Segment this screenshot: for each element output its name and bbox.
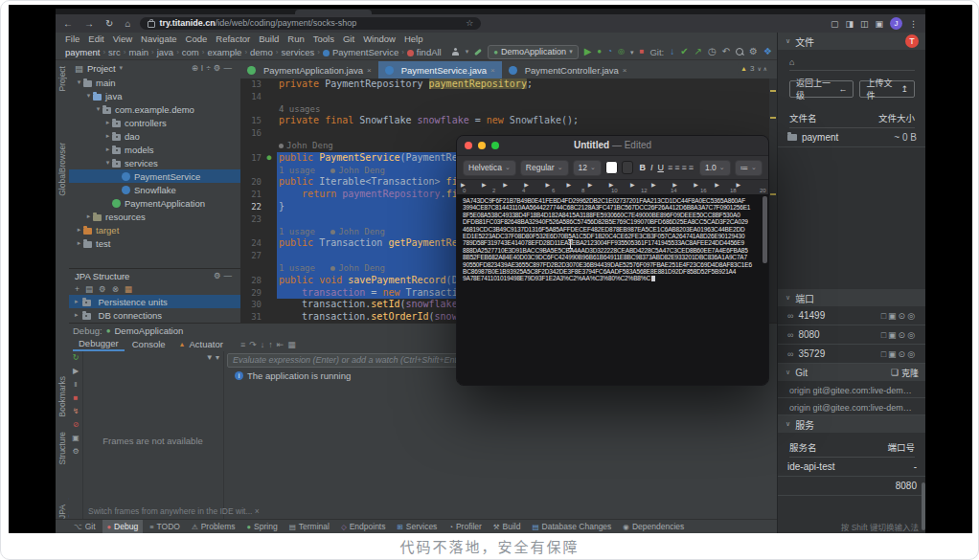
tree-arrow-icon[interactable]: ▾ [84,92,93,100]
stripe-project[interactable]: Project [57,66,67,91]
statusbar-problems[interactable]: ⚠Problems [187,520,240,533]
menu-help[interactable]: Help [404,34,423,44]
breadcrumb-item-demo[interactable]: demo [250,47,273,57]
breadcrumb-item-src[interactable]: src [108,47,121,57]
tree-item-controllers[interactable]: ▸controllers [69,116,240,129]
files-section-header[interactable]: ∨ 文件 T [778,33,925,50]
italic-button[interactable]: I [650,163,653,172]
statusbar-dependencies[interactable]: ◉Dependencies [618,520,689,533]
clone-button[interactable]: ❏克隆 [891,367,919,379]
breadcrumb-item-java[interactable]: java [157,47,173,57]
port-action-icons[interactable]: □▣⊙◎ [881,311,917,321]
editor-tab-PaymentApplication.java[interactable]: PaymentApplication.java× [240,61,378,78]
tree-item-dao[interactable]: ▸dao [69,129,240,143]
menu-git[interactable]: Git [343,34,354,44]
panel-scrollbar[interactable] [922,482,925,530]
statusbar-services[interactable]: ⊞Services [392,520,442,533]
statusbar-debug[interactable]: ●Debug [102,520,144,533]
statusbar-endpoints[interactable]: ◇Endpoints [336,520,391,533]
debug-button[interactable]: ● [597,48,602,56]
tree-arrow-icon[interactable]: ▸ [84,213,93,220]
breadcrumb-item-payment[interactable]: payment [65,47,100,57]
jpa-toolbar[interactable]: +▤⚙⊗▦ [69,282,240,295]
extension-icon-a[interactable]: ▢ [831,19,839,29]
code-line-14[interactable]: 14 [240,91,769,103]
menu-view[interactable]: View [113,34,132,44]
extension-icon-b[interactable]: ◨ [845,19,854,29]
settings-gear-icon[interactable]: ⚙ [749,47,758,56]
extension-icon-c[interactable]: ◫ [860,19,869,29]
editor-tab-PaymentService.java[interactable]: PaymentService.java× [378,61,502,78]
user-icon[interactable] [452,48,460,56]
close-tab-icon[interactable]: × [623,66,627,75]
debug-tab-actuator[interactable]: ▲Actuator [173,337,229,351]
git-commit-button[interactable]: ✔ [680,47,688,56]
port-action-icons[interactable]: □▣⊙◎ [881,330,917,340]
tree-arrow-icon[interactable]: ▾ [103,159,112,167]
tree-item-java[interactable]: ▾java [69,89,240,102]
menu-code[interactable]: Code [186,34,208,44]
textedit-scrollbar[interactable] [763,196,767,263]
history-icon[interactable]: ◷ [708,47,717,56]
statusbar-git[interactable]: ⌥Git [69,520,101,533]
git-update-button[interactable]: ↓ [670,47,674,56]
editor-scrollbar[interactable] [769,78,777,323]
menu-edit[interactable]: Edit [88,34,103,44]
textedit-window[interactable]: Untitled — Edited Helvetica⌄ Regular⌄ 12… [456,135,769,386]
extensions-puzzle-icon[interactable]: ▣ [875,19,883,29]
stop-button[interactable]: ■ [640,48,645,56]
profile-avatar[interactable]: J [890,17,902,30]
menu-navigate[interactable]: Navigate [141,34,177,44]
zoom-traffic-icon[interactable] [491,142,499,149]
close-traffic-icon[interactable] [465,142,472,149]
project-panel-title[interactable]: Project [87,63,116,74]
statusbar-terminal[interactable]: ▤Terminal [285,520,334,533]
stripe-globalbrowser[interactable]: GlobalBrowser [57,143,67,196]
font-family-select[interactable]: Helvetica⌄ [463,160,516,176]
service-row-ide-api-test[interactable]: ide-api-test- [778,458,925,477]
breadcrumb-item-example[interactable]: example [207,47,241,57]
tree-item-test[interactable]: ▸test [69,236,240,250]
tree-arrow-icon[interactable]: ▾ [94,105,102,113]
tree-item-main[interactable]: ▾main [69,76,240,89]
tree-item-services[interactable]: ▾services [69,156,240,169]
chevron-down-icon[interactable]: ▾ [120,64,124,72]
statusbar-todo[interactable]: ≡TODO [145,520,185,533]
hint-close-icon[interactable]: × [255,506,260,516]
tree-item-com.example.demo[interactable]: ▾com.example.demo [69,102,240,116]
tree-arrow-icon[interactable]: ▾ [75,78,83,86]
chevron-down-icon[interactable]: ▾ [466,48,469,56]
breadcrumb-item-com[interactable]: com [182,47,199,57]
debug-left-toolbar[interactable]: ↻ ▶ ‖ ■ ↯ ⊘ ▣ ⚙ [69,351,83,520]
tree-item-resources[interactable]: ▸resources [69,210,240,223]
statusbar-spring[interactable]: ●Spring [242,520,283,533]
menu-run[interactable]: Run [287,34,304,44]
port-action-icons[interactable]: □▣⊙◎ [881,349,917,359]
debug-tab-debugger[interactable]: Debugger [73,337,125,351]
jpa-item-persistence-units[interactable]: ▸Persistence units [69,295,240,308]
text-color-well[interactable] [605,161,618,174]
menu-build[interactable]: Build [259,34,279,44]
tree-item-models[interactable]: ▸models [69,143,240,156]
jpa-panel-tools[interactable]: ⚙— [214,271,235,280]
coverage-button[interactable]: ◎ [618,48,625,56]
back-parent-button[interactable]: 返回上一级← [789,80,854,98]
chevron-down-icon[interactable]: ▾ [630,49,634,56]
search-icon[interactable] [736,48,743,56]
code-line-13[interactable]: 13private PaymentRepository paymentRepos… [240,78,769,91]
back-icon[interactable]: ← [63,18,73,29]
underline-button[interactable]: U [657,163,664,172]
tree-arrow-icon[interactable]: ▸ [75,239,83,247]
ports-section-header[interactable]: ∨ 端口 [778,289,925,306]
wrench-icon[interactable] [474,48,482,55]
home-icon[interactable]: ⌂ [125,18,130,29]
forward-icon[interactable]: → [84,18,94,29]
file-row-payment[interactable]: payment~ 0 B [778,128,925,147]
project-panel-tools[interactable]: ⊕I÷⚙— [192,63,235,73]
tree-arrow-icon[interactable]: ▸ [75,226,83,234]
font-size-select[interactable]: 12⌄ [573,160,602,176]
code-line-15[interactable]: 15private final Snowflake snowflake = ne… [240,115,769,127]
breadcrumb-item-findAll[interactable]: findAll [407,47,442,57]
inspections-widget[interactable]: ▲ 3 ∨ ∧ [738,62,770,75]
breadcrumb-item-main[interactable]: main [128,47,148,57]
